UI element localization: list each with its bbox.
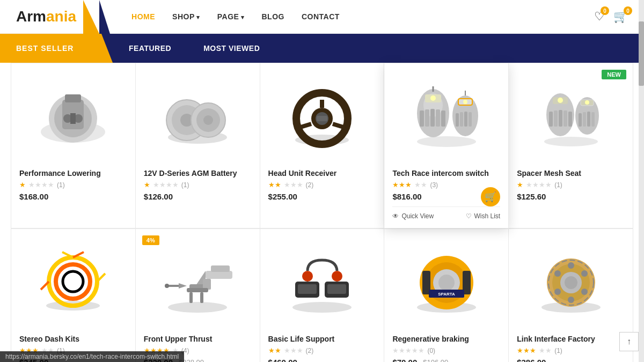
add-to-cart-p4[interactable]: 🛒 — [481, 187, 500, 206]
product-img-svg-p10 — [531, 249, 611, 319]
svg-point-61 — [63, 271, 83, 292]
svg-point-66 — [168, 302, 227, 313]
nav-blog[interactable]: BLOG — [262, 12, 284, 21]
price-original-p9: $106.00 — [423, 358, 448, 362]
logo-triangle-dark — [99, 0, 110, 34]
tab-most-viewed[interactable]: MOST VIEWED — [187, 34, 276, 63]
product-card-p5[interactable]: NEW — [509, 63, 633, 228]
scrollbar-thumb[interactable] — [639, 21, 644, 86]
price-p10: $386.00 — [517, 358, 625, 362]
stars-empty-p2: ★★★★ — [153, 181, 179, 189]
svg-point-82 — [332, 271, 342, 282]
product-card-p7[interactable]: 4% — [136, 229, 260, 362]
stars-empty-p10: ★★ — [539, 346, 552, 354]
nav-contact[interactable]: CONTACT — [302, 12, 340, 21]
tab-best-seller[interactable]: BEST SELLER — [0, 34, 113, 63]
logo[interactable]: Armania — [16, 0, 110, 34]
cart-badge: 0 — [624, 6, 632, 15]
nav-links: HOME SHOP PAGE BLOG CONTACT — [131, 12, 594, 21]
price-p9: $70.00 — [392, 358, 417, 362]
product-card-p9[interactable]: SPARTA Regenerative braking ★★★★★ (0) $7… — [384, 229, 509, 362]
rating-row-p5: ★★★★★ (1) — [517, 181, 625, 189]
rating-count-p4: (3) — [430, 181, 438, 189]
badge-new-p5: NEW — [602, 70, 626, 79]
svg-point-104 — [554, 270, 561, 277]
svg-marker-75 — [179, 283, 187, 289]
price-p8: $460.00 — [268, 358, 376, 362]
svg-rect-84 — [327, 284, 346, 294]
tabs-bar: BEST SELLER FEATURED MOST VIEWED — [0, 34, 644, 63]
product-card-p2[interactable]: 12V D-Series AGM Battery ★★★★★ (1) $126.… — [136, 63, 260, 228]
product-title-p8: Basic Life Support — [268, 335, 376, 343]
product-img-svg-p6 — [33, 249, 113, 319]
svg-rect-28 — [430, 109, 435, 127]
product-title-p10: Link Interface Factory — [517, 335, 625, 343]
product-title-p9: Regenerative braking — [392, 335, 500, 343]
product-image-p4 — [392, 74, 500, 162]
cart-button[interactable]: 🛒 0 — [613, 10, 628, 24]
wishlist-button[interactable]: ♡ 0 — [594, 10, 605, 24]
scrollbar[interactable] — [639, 0, 644, 362]
nav-home[interactable]: HOME — [131, 12, 155, 21]
svg-rect-53 — [583, 112, 586, 127]
svg-rect-26 — [420, 110, 424, 127]
svg-rect-38 — [469, 112, 472, 127]
product-image-p8 — [268, 240, 376, 328]
svg-text:SPARTA: SPARTA — [438, 292, 455, 297]
product-image-p10 — [517, 240, 625, 328]
svg-point-42 — [544, 137, 598, 146]
heart-icon: ♡ — [466, 212, 472, 220]
quick-view-btn-p4[interactable]: 👁 Quick View — [392, 212, 434, 220]
product-title-p6: Stereo Dash Kits — [19, 335, 127, 343]
stars-empty-p4: ★★ — [414, 181, 427, 189]
rating-count-p5: (1) — [554, 181, 562, 189]
product-img-svg-p2 — [157, 84, 238, 153]
rating-row-p4: ★★★★★ (3) — [392, 181, 500, 189]
svg-point-32 — [430, 95, 436, 101]
svg-point-103 — [554, 289, 561, 295]
svg-rect-7 — [70, 113, 76, 124]
navbar: Armania HOME SHOP PAGE BLOG CONTACT ♡ 0 … — [0, 0, 644, 34]
wish-list-btn-p4[interactable]: ♡ Wish List — [466, 212, 501, 220]
rating-row-p2: ★★★★★ (1) — [144, 181, 252, 189]
products-section: Performance Lowering ★★★★★ (1) $168.00 — [0, 63, 644, 362]
svg-rect-45 — [554, 110, 558, 127]
svg-point-40 — [463, 100, 467, 104]
product-card-p8[interactable]: Basic Life Support ★★★★★ (2) $460.00 — [260, 229, 385, 362]
svg-rect-67 — [206, 271, 232, 279]
svg-point-60 — [56, 264, 90, 299]
svg-rect-55 — [591, 112, 595, 127]
product-card-p4[interactable]: Tech Race intercom switch ★★★★★ (3) $816… — [384, 63, 509, 228]
rating-count-p10: (1) — [554, 347, 562, 354]
product-image-p6 — [19, 240, 127, 328]
product-title-p3: Head Unit Receiver — [268, 169, 376, 178]
svg-rect-54 — [587, 112, 590, 127]
logo-ania: ania — [46, 8, 76, 25]
logo-triangle-yellow — [83, 0, 99, 34]
product-card-p3[interactable]: Head Unit Receiver ★★★★★ (2) $255.00 — [260, 63, 385, 228]
product-card-p1[interactable]: Performance Lowering ★★★★★ (1) $168.00 — [11, 63, 136, 228]
product-title-p7: Front Upper Thrust — [144, 335, 252, 343]
nav-shop[interactable]: SHOP — [172, 12, 200, 21]
svg-point-100 — [581, 270, 588, 277]
product-image-p2 — [144, 74, 252, 162]
product-img-svg-p8 — [282, 249, 362, 319]
svg-rect-48 — [568, 112, 572, 127]
product-image-p1 — [19, 74, 127, 162]
svg-point-50 — [558, 98, 563, 103]
tab-featured[interactable]: FEATURED — [113, 34, 187, 63]
svg-point-81 — [302, 271, 313, 282]
product-card-p10[interactable]: Link Interface Factory ★★★★★ (1) $386.00 — [509, 229, 633, 362]
status-bar: https://armania.bersky.co/en1/tech-race-… — [0, 351, 184, 362]
svg-rect-47 — [564, 110, 567, 127]
svg-rect-74 — [200, 292, 203, 303]
rating-count-p8: (2) — [306, 347, 314, 354]
rating-count-p1: (1) — [57, 181, 65, 189]
svg-point-57 — [585, 100, 589, 105]
product-card-p6[interactable]: Stereo Dash Kits ★★★★★ (1) $345.00 — [11, 229, 136, 362]
nav-page[interactable]: PAGE — [217, 12, 245, 21]
scroll-to-top-button[interactable]: ↑ — [619, 332, 639, 351]
product-img-svg-p3 — [282, 84, 362, 153]
stars-filled-p3: ★★ — [268, 181, 281, 189]
svg-rect-30 — [441, 110, 445, 127]
